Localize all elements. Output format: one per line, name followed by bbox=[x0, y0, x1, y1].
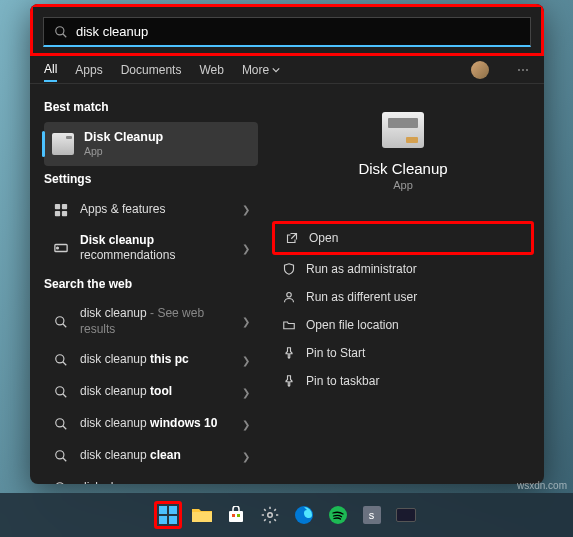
svg-line-17 bbox=[63, 458, 67, 462]
action-list: Open Run as administrator Run as differe… bbox=[272, 221, 534, 395]
svg-point-16 bbox=[56, 451, 64, 459]
disk-cleanup-icon-large bbox=[382, 112, 424, 148]
search-icon bbox=[52, 447, 70, 465]
svg-rect-3 bbox=[62, 204, 67, 209]
taskbar-settings[interactable] bbox=[256, 501, 284, 529]
shield-icon bbox=[282, 262, 296, 276]
web-result-5[interactable]: disk cleanup app❯ bbox=[44, 472, 258, 484]
best-match-disk-cleanup[interactable]: Disk CleanupApp bbox=[44, 122, 258, 166]
chevron-right-icon: ❯ bbox=[242, 387, 250, 398]
chevron-right-icon: ❯ bbox=[242, 483, 250, 484]
action-run-admin[interactable]: Run as administrator bbox=[272, 255, 534, 283]
search-icon bbox=[52, 351, 70, 369]
svg-rect-29 bbox=[232, 514, 235, 517]
chevron-right-icon: ❯ bbox=[242, 355, 250, 366]
action-pin-taskbar[interactable]: Pin to taskbar bbox=[272, 367, 534, 395]
svg-rect-23 bbox=[159, 506, 167, 514]
svg-point-7 bbox=[57, 248, 59, 250]
tab-apps[interactable]: Apps bbox=[75, 59, 102, 81]
svg-rect-4 bbox=[55, 211, 60, 216]
search-icon bbox=[54, 25, 68, 39]
watermark: wsxdn.com bbox=[517, 480, 567, 491]
open-icon bbox=[285, 231, 299, 245]
start-search-panel: All Apps Documents Web More ⋯ Best match… bbox=[30, 4, 544, 484]
filter-tabs: All Apps Documents Web More ⋯ bbox=[30, 56, 544, 84]
search-icon bbox=[52, 479, 70, 484]
user-avatar[interactable] bbox=[471, 61, 489, 79]
folder-icon bbox=[282, 318, 296, 332]
tab-web[interactable]: Web bbox=[199, 59, 223, 81]
svg-line-15 bbox=[63, 426, 67, 430]
web-result-2[interactable]: disk cleanup tool❯ bbox=[44, 376, 258, 408]
svg-point-18 bbox=[56, 483, 64, 484]
taskbar: s bbox=[0, 493, 573, 537]
tab-documents[interactable]: Documents bbox=[121, 59, 182, 81]
svg-point-14 bbox=[56, 419, 64, 427]
taskbar-file-explorer[interactable] bbox=[188, 501, 216, 529]
search-highlight bbox=[30, 4, 544, 56]
svg-line-11 bbox=[63, 362, 67, 366]
svg-point-22 bbox=[287, 293, 292, 298]
search-icon bbox=[52, 415, 70, 433]
svg-point-0 bbox=[56, 26, 64, 34]
user-icon bbox=[282, 290, 296, 304]
svg-rect-28 bbox=[229, 511, 243, 522]
svg-line-9 bbox=[63, 323, 67, 327]
chevron-right-icon: ❯ bbox=[242, 243, 250, 254]
search-box[interactable] bbox=[43, 17, 531, 47]
svg-rect-27 bbox=[192, 512, 212, 522]
svg-point-12 bbox=[56, 387, 64, 395]
app-type: App bbox=[393, 179, 413, 191]
app-preview: Disk Cleanup App bbox=[358, 112, 447, 191]
search-input[interactable] bbox=[76, 24, 520, 39]
more-options[interactable]: ⋯ bbox=[517, 63, 530, 77]
taskbar-app-terminal[interactable] bbox=[392, 501, 420, 529]
disk-cleanup-icon bbox=[52, 133, 74, 155]
svg-line-13 bbox=[63, 394, 67, 398]
web-result-1[interactable]: disk cleanup this pc❯ bbox=[44, 344, 258, 376]
taskbar-app-s[interactable]: s bbox=[358, 501, 386, 529]
app-name: Disk Cleanup bbox=[358, 160, 447, 177]
svg-point-31 bbox=[267, 513, 272, 518]
svg-rect-26 bbox=[169, 516, 177, 524]
section-best-match: Best match bbox=[44, 100, 258, 114]
action-run-different-user[interactable]: Run as different user bbox=[272, 283, 534, 311]
start-button[interactable] bbox=[154, 501, 182, 529]
web-result-3[interactable]: disk cleanup windows 10❯ bbox=[44, 408, 258, 440]
section-search-web: Search the web bbox=[44, 277, 258, 291]
svg-rect-24 bbox=[169, 506, 177, 514]
chevron-right-icon: ❯ bbox=[242, 316, 250, 327]
svg-rect-5 bbox=[62, 211, 67, 216]
svg-rect-25 bbox=[159, 516, 167, 524]
settings-apps-features[interactable]: Apps & features ❯ bbox=[44, 194, 258, 226]
results-column: Best match Disk CleanupApp Settings Apps… bbox=[30, 84, 262, 484]
taskbar-spotify[interactable] bbox=[324, 501, 352, 529]
apps-icon bbox=[52, 201, 70, 219]
taskbar-edge[interactable] bbox=[290, 501, 318, 529]
action-open-file-location[interactable]: Open file location bbox=[272, 311, 534, 339]
settings-disk-recommendations[interactable]: Disk cleanup recommendations ❯ bbox=[44, 226, 258, 271]
preview-column: Disk Cleanup App Open Run as administrat… bbox=[262, 84, 544, 484]
svg-rect-2 bbox=[55, 204, 60, 209]
svg-line-1 bbox=[63, 33, 67, 37]
svg-point-8 bbox=[56, 316, 64, 324]
pin-icon bbox=[282, 346, 296, 360]
pin-icon bbox=[282, 374, 296, 388]
search-icon bbox=[52, 383, 70, 401]
action-pin-start[interactable]: Pin to Start bbox=[272, 339, 534, 367]
search-icon bbox=[52, 313, 70, 331]
chevron-right-icon: ❯ bbox=[242, 451, 250, 462]
tab-all[interactable]: All bbox=[44, 58, 57, 82]
svg-point-10 bbox=[56, 355, 64, 363]
chevron-right-icon: ❯ bbox=[242, 419, 250, 430]
web-result-4[interactable]: disk cleanup clean❯ bbox=[44, 440, 258, 472]
svg-rect-30 bbox=[237, 514, 240, 517]
taskbar-store[interactable] bbox=[222, 501, 250, 529]
chevron-right-icon: ❯ bbox=[242, 204, 250, 215]
action-open[interactable]: Open bbox=[272, 221, 534, 255]
tab-more[interactable]: More bbox=[242, 59, 280, 81]
section-settings: Settings bbox=[44, 172, 258, 186]
storage-icon bbox=[52, 239, 70, 257]
web-result-0[interactable]: disk cleanup - See web results❯ bbox=[44, 299, 258, 344]
